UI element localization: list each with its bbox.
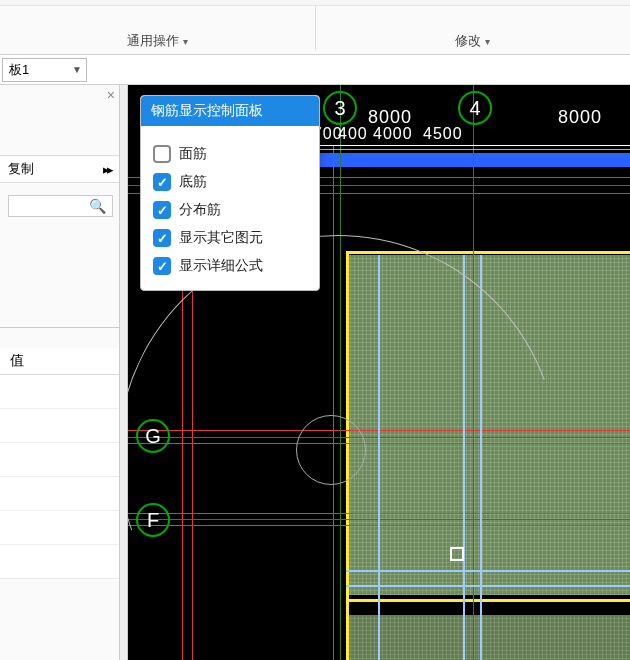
component-selector-bar: 板1 ▼ [0,55,630,85]
dimension-text: 4500 [423,125,463,143]
property-row[interactable] [0,511,119,545]
checkbox[interactable]: ✓ [153,173,171,191]
checkbox-label: 显示详细公式 [179,257,263,275]
arc-center-circle [296,415,366,485]
ribbon-group-modify-label: 修改 [455,33,481,48]
chevron-right-icon: ▸▸ [103,162,111,177]
dropdown-caret-icon: ▾ [485,36,490,47]
copy-label: 复制 [8,160,34,178]
checkbox-label: 分布筋 [179,201,221,219]
grid-marker-column: 3 [323,91,357,125]
ribbon: 通用操作 ▾ 修改 ▾ [0,0,630,55]
properties-section-label: 值 [10,352,24,368]
search-icon: 🔍 [89,198,106,214]
checkbox[interactable]: ✓ [153,229,171,247]
property-row[interactable] [0,477,119,511]
ribbon-group-general[interactable]: 通用操作 ▾ [0,0,315,54]
checkbox-label: 面筋 [179,145,207,163]
grid-marker-label: 3 [334,97,345,119]
checkbox-label: 底筋 [179,173,207,191]
checkbox-label: 显示其它图元 [179,229,263,247]
checkbox-row-top-rebar[interactable]: 面筋 [153,140,307,168]
checkbox-row-distribution-rebar[interactable]: ✓ 分布筋 [153,196,307,224]
properties-rows [0,375,119,579]
copy-row[interactable]: 复制 ▸▸ [0,155,119,183]
component-select[interactable]: 板1 ▼ [2,58,87,82]
ribbon-group-modify[interactable]: 修改 ▾ [316,0,631,54]
close-icon[interactable]: × [107,87,115,103]
panel-titlebar[interactable]: 钢筋显示控制面板 [141,96,319,126]
checkbox-row-show-other-elements[interactable]: ✓ 显示其它图元 [153,224,307,252]
grid-marker-circle: 3 [323,91,357,125]
properties-section-header: 值 [0,348,119,375]
panel-title: 钢筋显示控制面板 [151,102,263,118]
checkbox-row-show-formula[interactable]: ✓ 显示详细公式 [153,252,307,280]
selection-handle[interactable] [450,547,464,561]
dimension-text: 4000 [373,125,413,143]
slab-edge [293,153,630,167]
property-row[interactable] [0,443,119,477]
component-select-value: 板1 [9,61,29,79]
rebar-display-panel[interactable]: 钢筋显示控制面板 面筋 ✓ 底筋 ✓ 分布筋 ✓ 显示其它图元 ✓ 显示详细公式 [140,95,320,291]
panel-separator [0,327,119,328]
search-input[interactable]: 🔍 [8,195,113,217]
dimension-text: 400 [338,125,368,143]
checkbox[interactable]: ✓ [153,201,171,219]
property-row[interactable] [0,545,119,579]
grid-marker-column: 4 [458,91,492,125]
dimension-baseline [293,145,630,146]
dimension-text: 8000 [558,107,602,128]
dropdown-caret-icon: ▾ [183,36,188,47]
ribbon-group-general-label: 通用操作 [127,33,179,48]
property-row[interactable] [0,409,119,443]
left-panel: × 复制 ▸▸ 🔍 值 [0,85,120,660]
checkbox[interactable]: ✓ [153,257,171,275]
checkbox[interactable] [153,145,171,163]
ribbon-partial-top [0,0,630,6]
splitter-handle[interactable] [120,85,128,660]
dimension-baseline [293,149,630,150]
chevron-down-icon: ▼ [72,64,82,75]
property-row[interactable] [0,375,119,409]
grid-marker-circle: 4 [458,91,492,125]
grid-marker-label: 4 [469,97,480,119]
panel-body: 面筋 ✓ 底筋 ✓ 分布筋 ✓ 显示其它图元 ✓ 显示详细公式 [141,126,319,290]
checkbox-row-bottom-rebar[interactable]: ✓ 底筋 [153,168,307,196]
